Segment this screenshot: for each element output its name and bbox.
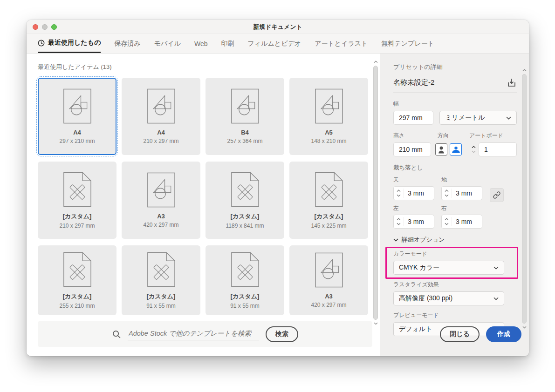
search-button[interactable]: 検索 [266, 326, 298, 342]
tab-film-video[interactable]: フィルムとビデオ [248, 34, 301, 53]
landscape-orientation-button[interactable] [450, 143, 462, 155]
recent-item-11[interactable]: [カスタム] 91 x 55 mm [206, 245, 284, 315]
preset-name: B4 [241, 129, 249, 136]
raster-effects-select[interactable]: 高解像度 (300 ppi) [393, 291, 504, 305]
preset-size: 257 x 364 mm [227, 138, 262, 144]
stock-search-input[interactable] [128, 328, 259, 340]
document-preset-icon [315, 88, 343, 124]
height-input[interactable]: 210 mm [393, 142, 431, 156]
width-row: 297 mm ミリメートル [393, 111, 517, 125]
link-bleed-values-button[interactable] [490, 188, 504, 202]
create-button[interactable]: 作成 [486, 326, 521, 342]
custom-document-icon [147, 252, 175, 287]
chevron-down-icon [393, 238, 398, 242]
recent-item-8[interactable]: [カスタム] 145 x 225 mm [289, 162, 368, 239]
bleed-label: 裁ち落とし [393, 164, 517, 172]
tab-label: フィルムとビデオ [248, 40, 301, 48]
preset-name: [カスタム] [147, 292, 176, 301]
preset-name: A4 [73, 129, 81, 136]
recent-item-3[interactable]: B4 257 x 364 mm [206, 78, 284, 155]
desktop-background: 新規ドキュメント 最近使用したもの 保存済み モバイル Web 印刷 [0, 0, 555, 392]
recent-item-4[interactable]: A5 148 x 210 mm [289, 78, 368, 155]
bleed-top-label: 天 [393, 176, 434, 184]
stepper-up-icon[interactable] [397, 189, 401, 192]
tab-art-illustration[interactable]: アートとイラスト [315, 34, 368, 53]
stepper-up-icon[interactable] [397, 218, 401, 221]
bleed-bottom-input[interactable]: 3 mm [441, 186, 482, 200]
preset-size: 91 x 55 mm [146, 303, 176, 309]
scroll-down-icon[interactable] [522, 326, 527, 329]
stepper-down-icon[interactable] [445, 223, 449, 225]
tab-web[interactable]: Web [194, 34, 208, 53]
dialog-action-buttons: 閉じる 作成 [440, 326, 521, 342]
stepper-up-icon[interactable] [472, 146, 476, 149]
scroll-down-icon[interactable] [374, 322, 378, 325]
width-input[interactable]: 297 mm [393, 111, 433, 125]
recent-item-5[interactable]: [カスタム] 210 x 297 mm [38, 162, 116, 239]
title-bar: 新規ドキュメント [27, 20, 529, 34]
stepper-down-icon[interactable] [397, 223, 401, 225]
recent-item-7[interactable]: [カスタム] 1189 x 841 mm [206, 162, 284, 239]
document-name-row: 名称未設定-2 [393, 77, 517, 93]
advanced-options-label: 詳細オプション [402, 236, 445, 244]
artboard-count-input[interactable]: 1 [479, 142, 517, 156]
preset-size: 210 x 297 mm [59, 223, 95, 229]
preset-size: 145 x 225 mm [311, 223, 346, 229]
document-preset-icon [231, 88, 259, 124]
recent-items-grid: A4 297 x 210 mm A4 210 x 297 mm [38, 78, 380, 315]
recent-item-9[interactable]: [カスタム] 255 x 210 mm [38, 245, 116, 315]
color-mode-value: CMYK カラー [399, 264, 439, 272]
close-button[interactable]: 閉じる [440, 326, 480, 342]
height-orientation-row: 210 mm [393, 142, 517, 156]
chain-link-icon [493, 191, 501, 199]
scroll-up-icon[interactable] [374, 61, 378, 63]
close-window-button[interactable] [33, 24, 38, 30]
save-preset-icon[interactable] [507, 77, 517, 88]
preview-mode-value: デフォルト [399, 325, 432, 333]
recent-item-10[interactable]: [カスタム] 91 x 55 mm [122, 245, 200, 315]
recent-item-6[interactable]: A3 420 x 297 mm [122, 162, 200, 239]
panel-scrollbar[interactable] [521, 69, 528, 329]
bleed-right-value: 3 mm [456, 218, 472, 225]
portrait-icon [438, 145, 445, 154]
tab-saved[interactable]: 保存済み [114, 34, 140, 53]
custom-document-icon [231, 172, 259, 207]
stepper-up-icon[interactable] [445, 218, 449, 221]
stepper-down-icon[interactable] [472, 150, 476, 153]
bleed-left-value: 3 mm [408, 218, 424, 225]
recent-item-12[interactable]: A3 420 x 297 mm [289, 245, 368, 315]
tab-recent[interactable]: 最近使用したもの [38, 34, 101, 53]
stepper-down-icon[interactable] [445, 194, 449, 197]
document-name-field[interactable]: 名称未設定-2 [393, 78, 434, 87]
recent-item-1[interactable]: A4 297 x 210 mm [38, 78, 116, 155]
portrait-orientation-button[interactable] [435, 143, 447, 155]
tab-mobile[interactable]: モバイル [154, 34, 181, 53]
bleed-top-input[interactable]: 3 mm [393, 186, 434, 200]
advanced-options-toggle[interactable]: 詳細オプション [393, 236, 517, 244]
recent-item-2[interactable]: A4 210 x 297 mm [122, 78, 200, 155]
scrollbar-thumb[interactable] [373, 66, 378, 320]
main-scrollbar[interactable] [372, 61, 379, 325]
stepper-down-icon[interactable] [397, 194, 401, 197]
preset-size: 420 x 297 mm [311, 302, 346, 308]
tab-print[interactable]: 印刷 [221, 34, 234, 53]
color-mode-select[interactable]: CMYK カラー [393, 261, 504, 275]
bleed-left-input[interactable]: 3 mm [393, 215, 434, 229]
stepper-up-icon[interactable] [445, 189, 449, 192]
color-mode-label: カラーモード [393, 250, 517, 258]
unit-select[interactable]: ミリメートル [439, 111, 517, 125]
scroll-up-icon[interactable] [522, 69, 527, 72]
bleed-right-input[interactable]: 3 mm [441, 215, 482, 229]
landscape-icon [452, 146, 460, 153]
tab-label: 最近使用したもの [48, 39, 101, 47]
window-title: 新規ドキュメント [253, 23, 302, 31]
stepper-arrows [394, 217, 404, 226]
preset-name: [カスタム] [315, 212, 343, 221]
minimize-window-button[interactable] [42, 24, 48, 30]
scrollbar-thumb[interactable] [522, 74, 527, 324]
zoom-window-button[interactable] [51, 24, 57, 30]
stepper-arrows [394, 189, 404, 198]
tab-free-templates[interactable]: 無料テンプレート [381, 34, 434, 53]
orientation-buttons [435, 143, 462, 155]
preset-size: 255 x 210 mm [59, 303, 95, 309]
